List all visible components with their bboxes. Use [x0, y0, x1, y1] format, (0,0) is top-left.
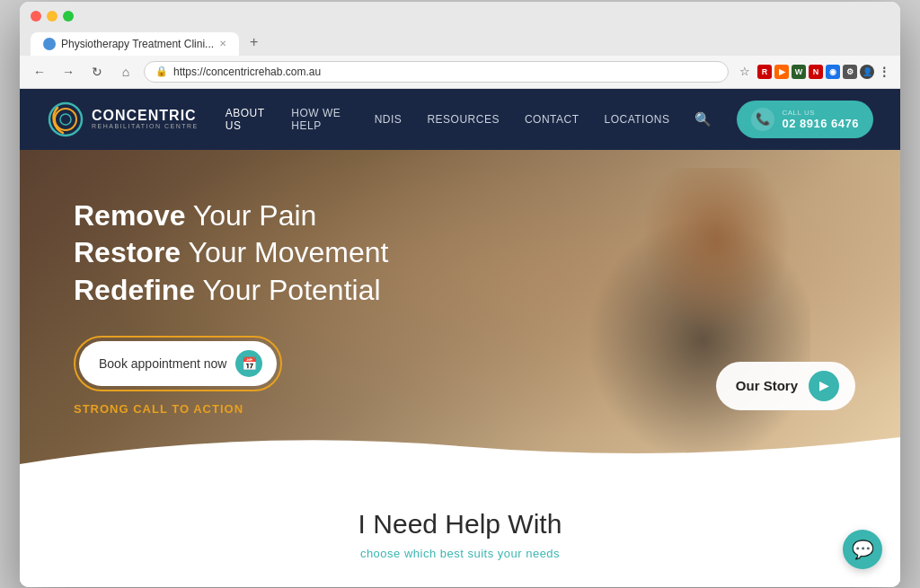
tab-title: Physiotherapy Treatment Clini...	[61, 38, 214, 50]
calendar-icon: 📅	[235, 350, 262, 377]
phone-icon: 📞	[751, 108, 774, 131]
our-story-area: Our Story ▶	[716, 362, 855, 410]
browser-toolbar: ← → ↻ ⌂ 🔒 https://concentricrehab.com.au…	[20, 56, 900, 89]
tab-favicon	[43, 38, 56, 50]
hero-line-1-rest: Your Pain	[186, 199, 317, 232]
logo-area: CONCENTRIC REHABILITATION CENTRE	[47, 101, 199, 138]
reload-button[interactable]: ↻	[86, 61, 108, 83]
new-tab-button[interactable]: +	[241, 29, 267, 56]
site-navbar: CONCENTRIC REHABILITATION CENTRE ABOUT U…	[20, 89, 900, 150]
close-window-button[interactable]	[31, 11, 41, 22]
cta-strong-label: STRONG CALL TO ACTION	[74, 402, 282, 416]
toolbar-actions: ☆ R ▶ W N ◉ ⚙ 👤 ⋮	[736, 63, 891, 81]
url-text: https://concentricrehab.com.au	[173, 66, 321, 78]
nav-resources[interactable]: RESOURCES	[427, 113, 500, 126]
phone-number: 02 8916 6476	[782, 117, 859, 130]
logo-sub: REHABILITATION CENTRE	[92, 123, 199, 129]
hero-line-1-bold: Remove	[74, 199, 186, 232]
nav-about[interactable]: ABOUT US	[226, 107, 267, 132]
logo-text: CONCENTRIC REHABILITATION CENTRE	[92, 109, 199, 129]
active-tab[interactable]: Physiotherapy Treatment Clini... ✕	[31, 32, 239, 56]
nav-contact[interactable]: CONTACT	[525, 113, 579, 126]
ext-icon-4: N	[809, 65, 823, 79]
site-content: CONCENTRIC REHABILITATION CENTRE ABOUT U…	[20, 89, 900, 587]
hero-line-3-rest: Your Potential	[195, 274, 380, 306]
book-appointment-label: Book appointment now	[99, 356, 226, 371]
lower-subtitle: choose which best suits your needs	[47, 547, 873, 560]
our-story-button[interactable]: Our Story ▶	[716, 362, 855, 410]
hero-line-1: Remove Your Pain	[74, 197, 388, 235]
hero-line-3: Redefine Your Potential	[74, 272, 388, 310]
our-story-label: Our Story	[736, 378, 798, 393]
hero-headline: Remove Your Pain Restore Your Movement R…	[74, 197, 388, 310]
menu-icon[interactable]: ⋮	[877, 65, 891, 79]
home-button[interactable]: ⌂	[115, 61, 137, 83]
fullscreen-window-button[interactable]	[63, 11, 74, 22]
lower-title: I Need Help With	[47, 509, 873, 540]
bookmark-icon[interactable]: ☆	[736, 63, 754, 81]
ext-icon-6: ⚙	[843, 65, 857, 79]
traffic-lights	[31, 11, 889, 22]
book-appointment-button[interactable]: Book appointment now 📅	[79, 341, 277, 386]
svg-point-1	[55, 109, 76, 130]
browser-chrome: Physiotherapy Treatment Clini... ✕ +	[20, 2, 900, 56]
hero-line-2: Restore Your Movement	[74, 234, 388, 272]
hero-wave	[20, 428, 900, 464]
hero-content: Remove Your Pain Restore Your Movement R…	[20, 197, 442, 417]
nav-how-we-help[interactable]: HOW WE HELP	[291, 107, 349, 132]
phone-text: Call Us 02 8916 6476	[782, 109, 859, 130]
forward-button[interactable]: →	[58, 61, 79, 83]
book-btn-wrapper: Book appointment now 📅	[74, 336, 282, 391]
lower-section: I Need Help With choose which best suits…	[20, 464, 900, 587]
play-icon: ▶	[809, 371, 839, 401]
svg-point-2	[60, 114, 71, 125]
ext-icon-2: ▶	[774, 65, 789, 79]
hero-section: Remove Your Pain Restore Your Movement R…	[20, 150, 900, 464]
nav-links: ABOUT US HOW WE HELP NDIS RESOURCES CONT…	[226, 101, 873, 138]
logo-svg	[47, 101, 84, 138]
ext-icon-1: R	[757, 65, 772, 79]
user-avatar: 👤	[860, 65, 874, 79]
extension-icons: R ▶ W N ◉ ⚙ 👤 ⋮	[757, 65, 891, 79]
hero-cta-area: Book appointment now 📅 STRONG CALL TO AC…	[74, 336, 388, 416]
hero-line-2-bold: Restore	[74, 236, 181, 268]
ext-icon-5: ◉	[826, 65, 840, 79]
search-icon[interactable]: 🔍	[694, 111, 712, 127]
hero-figure-image	[541, 168, 810, 455]
hero-line-2-rest: Your Movement	[181, 236, 388, 268]
browser-tabs: Physiotherapy Treatment Clini... ✕ +	[31, 29, 889, 56]
ssl-icon: 🔒	[155, 66, 168, 77]
nav-locations[interactable]: LOCATIONS	[605, 113, 670, 126]
phone-button[interactable]: 📞 Call Us 02 8916 6476	[737, 101, 873, 138]
nav-ndis[interactable]: NDIS	[375, 113, 402, 126]
minimize-window-button[interactable]	[47, 11, 58, 22]
call-label: Call Us	[782, 109, 815, 117]
logo-brand: CONCENTRIC	[92, 109, 199, 123]
ext-icon-3: W	[792, 65, 806, 79]
hero-line-3-bold: Redefine	[74, 274, 195, 306]
tab-close-button[interactable]: ✕	[219, 39, 226, 48]
chat-button[interactable]: 💬	[843, 530, 882, 569]
back-button[interactable]: ←	[29, 61, 50, 83]
address-bar[interactable]: 🔒 https://concentricrehab.com.au	[144, 61, 729, 83]
